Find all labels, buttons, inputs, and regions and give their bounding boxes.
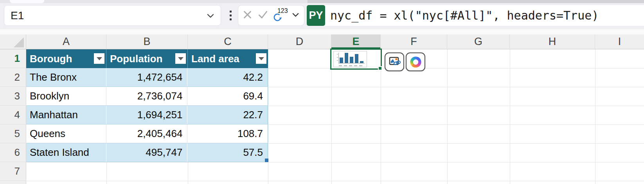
output-type-123-label: 123 bbox=[277, 7, 288, 14]
cell-C2[interactable]: 42.2 bbox=[187, 68, 268, 87]
select-all-corner[interactable] bbox=[0, 34, 26, 49]
row-header-3[interactable]: 3 bbox=[0, 87, 26, 106]
filter-arrow-icon bbox=[178, 57, 183, 60]
column-header-A[interactable]: A bbox=[26, 34, 106, 49]
column-header-H[interactable]: H bbox=[510, 34, 595, 49]
column-header-strip: A B C D E F G H I bbox=[0, 34, 644, 49]
cell-A5[interactable]: Queens bbox=[26, 124, 106, 143]
ribbon-dark-strip bbox=[308, 0, 644, 3]
table-row: Brooklyn 2,736,074 69.4 bbox=[26, 87, 268, 106]
output-type-chevron-down-icon[interactable] bbox=[291, 10, 300, 21]
gridline-vertical bbox=[447, 49, 448, 184]
column-header-G[interactable]: G bbox=[447, 34, 510, 49]
filter-arrow-icon bbox=[259, 57, 264, 60]
cell-B6[interactable]: 495,747 bbox=[106, 143, 188, 162]
ribbon-bottom-strip bbox=[0, 0, 644, 3]
name-box-chevron-down-icon[interactable] bbox=[206, 11, 215, 20]
create-picture-reference-button[interactable] bbox=[385, 52, 404, 71]
formula-bar-controls: 123 bbox=[238, 5, 304, 26]
worksheet-grid: A B C D E F G H I 1 2 3 4 5 6 7 Borough bbox=[0, 29, 644, 184]
cell-A6[interactable]: Staten Island bbox=[26, 143, 106, 162]
cell-B3[interactable]: 2,736,074 bbox=[106, 87, 188, 105]
filter-arrow-icon bbox=[97, 57, 102, 60]
row-header-5[interactable]: 5 bbox=[0, 124, 26, 143]
cell-A3[interactable]: Brooklyn bbox=[26, 87, 106, 105]
column-header-C[interactable]: C bbox=[188, 34, 268, 49]
python-output-type-icon[interactable]: 123 bbox=[273, 9, 286, 23]
table-row: Manhattan 1,694,251 22.7 bbox=[26, 106, 268, 124]
filter-button-borough[interactable] bbox=[94, 53, 104, 64]
column-header-B[interactable]: B bbox=[106, 34, 188, 49]
copilot-icon bbox=[410, 56, 422, 68]
table-header-land-area[interactable]: Land area bbox=[188, 49, 268, 68]
select-all-triangle-icon bbox=[14, 37, 24, 47]
row-header-8-partial[interactable] bbox=[0, 181, 26, 184]
cell-C4[interactable]: 22.7 bbox=[187, 106, 268, 124]
fill-handle[interactable] bbox=[378, 66, 382, 70]
cancel-icon[interactable] bbox=[242, 9, 253, 22]
copilot-button[interactable] bbox=[406, 52, 425, 71]
gridline-horizontal bbox=[27, 162, 644, 162]
filter-button-population[interactable] bbox=[175, 53, 186, 64]
filter-button-land-area[interactable] bbox=[256, 53, 266, 64]
ribbon-notch bbox=[10, 0, 44, 3]
column-header-F[interactable]: F bbox=[381, 34, 447, 49]
cell-B2[interactable]: 1,472,654 bbox=[106, 68, 188, 87]
python-badge: PY bbox=[307, 5, 325, 26]
cell-C3[interactable]: 69.4 bbox=[187, 87, 268, 105]
cell-A4[interactable]: Manhattan bbox=[26, 106, 106, 124]
cell-B5[interactable]: 2,405,464 bbox=[106, 124, 188, 143]
table-row: Staten Island 495,747 57.5 bbox=[26, 143, 268, 162]
column-header-E[interactable]: E bbox=[331, 34, 381, 49]
row-header-4[interactable]: 4 bbox=[0, 106, 26, 124]
table-row: Queens 2,405,464 108.7 bbox=[26, 124, 268, 143]
gridline-vertical bbox=[268, 49, 268, 184]
enter-check-icon[interactable] bbox=[257, 9, 268, 22]
cell-A2[interactable]: The Bronx bbox=[26, 68, 106, 87]
name-box[interactable]: E1 bbox=[4, 5, 221, 26]
gridline-vertical bbox=[595, 49, 595, 184]
gridline-horizontal bbox=[27, 181, 644, 181]
nyc-data-table: Borough Population Land area The Bronx 1… bbox=[26, 49, 268, 162]
table-resize-handle[interactable] bbox=[265, 159, 268, 162]
column-header-I[interactable]: I bbox=[595, 34, 644, 49]
table-row: The Bronx 1,472,654 42.2 bbox=[26, 68, 268, 87]
selection-border-E1[interactable] bbox=[330, 49, 382, 70]
name-box-value[interactable]: E1 bbox=[4, 9, 206, 22]
row-header-7[interactable]: 7 bbox=[0, 162, 26, 181]
picture-link-icon bbox=[388, 56, 401, 68]
cell-B4[interactable]: 1,694,251 bbox=[106, 106, 188, 124]
gridline-vertical bbox=[510, 49, 510, 184]
formula-bar-area: E1 123 bbox=[0, 0, 644, 29]
cell-C5[interactable]: 108.7 bbox=[187, 124, 268, 143]
formula-text[interactable]: nyc_df = xl("nyc[#All]", headers=True) bbox=[330, 9, 599, 22]
formula-bar-resize-handle-icon[interactable] bbox=[227, 5, 234, 26]
table-header-population[interactable]: Population bbox=[106, 49, 188, 68]
column-header-D[interactable]: D bbox=[268, 34, 331, 49]
formula-input[interactable]: PY nyc_df = xl("nyc[#All]", headers=True… bbox=[307, 5, 644, 26]
row-header-1[interactable]: 1 bbox=[0, 49, 26, 68]
cell-C6[interactable]: 57.5 bbox=[187, 143, 268, 162]
table-header-borough[interactable]: Borough bbox=[26, 49, 106, 68]
row-header-2[interactable]: 2 bbox=[0, 68, 26, 87]
excel-window: E1 123 bbox=[0, 0, 644, 184]
row-header-6[interactable]: 6 bbox=[0, 143, 26, 162]
table-header-row: Borough Population Land area bbox=[26, 49, 268, 68]
